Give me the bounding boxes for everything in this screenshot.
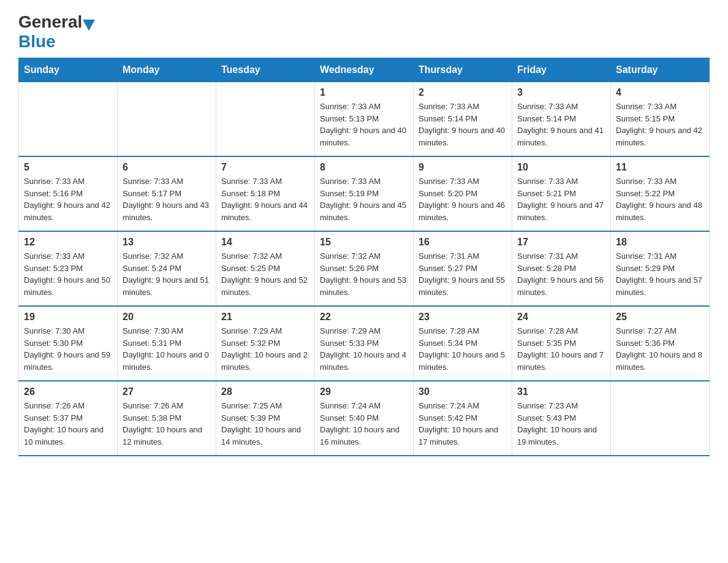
day-info: Sunrise: 7:33 AM Sunset: 5:19 PM Dayligh… [320,175,408,223]
calendar-cell: 11Sunrise: 7:33 AM Sunset: 5:22 PM Dayli… [611,156,710,231]
day-number: 4 [616,87,704,98]
calendar-header: SundayMondayTuesdayWednesdayThursdayFrid… [19,58,710,82]
calendar-cell: 12Sunrise: 7:33 AM Sunset: 5:23 PM Dayli… [19,231,118,306]
calendar-cell: 18Sunrise: 7:31 AM Sunset: 5:29 PM Dayli… [611,231,710,306]
day-number: 26 [24,386,112,397]
day-info: Sunrise: 7:30 AM Sunset: 5:31 PM Dayligh… [123,325,211,373]
weekday-header-saturday: Saturday [611,58,710,82]
day-info: Sunrise: 7:32 AM Sunset: 5:25 PM Dayligh… [221,250,309,298]
calendar-cell: 4Sunrise: 7:33 AM Sunset: 5:15 PM Daylig… [611,82,710,157]
calendar-cell: 30Sunrise: 7:24 AM Sunset: 5:42 PM Dayli… [414,381,512,456]
calendar-cell [216,82,315,157]
weekday-header-sunday: Sunday [19,58,118,82]
weekday-header-wednesday: Wednesday [315,58,414,82]
calendar-cell: 9Sunrise: 7:33 AM Sunset: 5:20 PM Daylig… [414,156,512,231]
calendar-cell: 10Sunrise: 7:33 AM Sunset: 5:21 PM Dayli… [512,156,611,231]
logo-row: General [18,12,96,32]
calendar-cell: 21Sunrise: 7:29 AM Sunset: 5:32 PM Dayli… [216,306,315,381]
day-info: Sunrise: 7:33 AM Sunset: 5:20 PM Dayligh… [419,175,507,223]
day-number: 22 [320,312,408,323]
day-info: Sunrise: 7:30 AM Sunset: 5:30 PM Dayligh… [24,325,112,373]
day-info: Sunrise: 7:26 AM Sunset: 5:37 PM Dayligh… [24,400,112,448]
calendar-cell: 15Sunrise: 7:32 AM Sunset: 5:26 PM Dayli… [315,231,414,306]
day-number: 9 [419,162,507,173]
logo: General Blue [18,12,96,52]
day-number: 19 [24,312,112,323]
day-number: 27 [123,386,211,397]
calendar-cell: 31Sunrise: 7:23 AM Sunset: 5:43 PM Dayli… [512,381,611,456]
day-info: Sunrise: 7:28 AM Sunset: 5:35 PM Dayligh… [517,325,605,373]
day-info: Sunrise: 7:31 AM Sunset: 5:29 PM Dayligh… [616,250,704,298]
calendar-cell: 28Sunrise: 7:25 AM Sunset: 5:39 PM Dayli… [216,381,315,456]
calendar-table: SundayMondayTuesdayWednesdayThursdayFrid… [18,58,710,456]
day-number: 5 [24,162,112,173]
day-number: 8 [320,162,408,173]
day-number: 25 [616,312,704,323]
day-number: 30 [419,386,507,397]
calendar-cell: 13Sunrise: 7:32 AM Sunset: 5:24 PM Dayli… [118,231,216,306]
day-number: 16 [419,237,507,248]
day-info: Sunrise: 7:29 AM Sunset: 5:33 PM Dayligh… [320,325,408,373]
calendar-week-row: 12Sunrise: 7:33 AM Sunset: 5:23 PM Dayli… [19,231,710,306]
calendar-cell: 8Sunrise: 7:33 AM Sunset: 5:19 PM Daylig… [315,156,414,231]
calendar-cell: 20Sunrise: 7:30 AM Sunset: 5:31 PM Dayli… [118,306,216,381]
calendar-cell: 23Sunrise: 7:28 AM Sunset: 5:34 PM Dayli… [414,306,512,381]
calendar-week-row: 1Sunrise: 7:33 AM Sunset: 5:13 PM Daylig… [19,82,710,157]
logo-blue-part: Blue [18,32,56,51]
calendar-cell: 24Sunrise: 7:28 AM Sunset: 5:35 PM Dayli… [512,306,611,381]
calendar-week-row: 5Sunrise: 7:33 AM Sunset: 5:16 PM Daylig… [19,156,710,231]
day-info: Sunrise: 7:33 AM Sunset: 5:23 PM Dayligh… [24,250,112,298]
day-info: Sunrise: 7:23 AM Sunset: 5:43 PM Dayligh… [517,400,605,448]
calendar-body: 1Sunrise: 7:33 AM Sunset: 5:13 PM Daylig… [19,82,710,456]
day-number: 10 [517,162,605,173]
calendar-cell: 14Sunrise: 7:32 AM Sunset: 5:25 PM Dayli… [216,231,315,306]
calendar-cell: 25Sunrise: 7:27 AM Sunset: 5:36 PM Dayli… [611,306,710,381]
logo-blue-row: Blue [18,32,56,52]
calendar-cell: 26Sunrise: 7:26 AM Sunset: 5:37 PM Dayli… [19,381,118,456]
calendar-cell: 22Sunrise: 7:29 AM Sunset: 5:33 PM Dayli… [315,306,414,381]
day-number: 17 [517,237,605,248]
day-number: 23 [419,312,507,323]
calendar-cell: 1Sunrise: 7:33 AM Sunset: 5:13 PM Daylig… [315,82,414,157]
day-number: 3 [517,87,605,98]
day-info: Sunrise: 7:33 AM Sunset: 5:21 PM Dayligh… [517,175,605,223]
day-number: 6 [123,162,211,173]
day-info: Sunrise: 7:33 AM Sunset: 5:17 PM Dayligh… [123,175,211,223]
page-header: General Blue [18,12,710,52]
logo-general-part: General [18,12,82,32]
day-number: 7 [221,162,309,173]
calendar-cell [19,82,118,157]
calendar-cell [611,381,710,456]
day-info: Sunrise: 7:24 AM Sunset: 5:42 PM Dayligh… [419,400,507,448]
calendar-cell: 5Sunrise: 7:33 AM Sunset: 5:16 PM Daylig… [19,156,118,231]
day-info: Sunrise: 7:33 AM Sunset: 5:22 PM Dayligh… [616,175,704,223]
day-number: 20 [123,312,211,323]
day-info: Sunrise: 7:24 AM Sunset: 5:40 PM Dayligh… [320,400,408,448]
weekday-header-friday: Friday [512,58,611,82]
day-info: Sunrise: 7:28 AM Sunset: 5:34 PM Dayligh… [419,325,507,373]
logo-triangle-icon [83,20,95,31]
day-number: 1 [320,87,408,98]
day-info: Sunrise: 7:25 AM Sunset: 5:39 PM Dayligh… [221,400,309,448]
calendar-cell: 3Sunrise: 7:33 AM Sunset: 5:14 PM Daylig… [512,82,611,157]
day-number: 11 [616,162,704,173]
weekday-header-tuesday: Tuesday [216,58,315,82]
day-number: 15 [320,237,408,248]
calendar-cell: 27Sunrise: 7:26 AM Sunset: 5:38 PM Dayli… [118,381,216,456]
day-number: 13 [123,237,211,248]
weekday-header-row: SundayMondayTuesdayWednesdayThursdayFrid… [19,58,710,82]
day-info: Sunrise: 7:33 AM Sunset: 5:14 PM Dayligh… [419,101,507,148]
day-info: Sunrise: 7:33 AM Sunset: 5:13 PM Dayligh… [320,101,408,148]
day-info: Sunrise: 7:32 AM Sunset: 5:24 PM Dayligh… [123,250,211,298]
calendar-cell: 17Sunrise: 7:31 AM Sunset: 5:28 PM Dayli… [512,231,611,306]
day-info: Sunrise: 7:32 AM Sunset: 5:26 PM Dayligh… [320,250,408,298]
day-info: Sunrise: 7:29 AM Sunset: 5:32 PM Dayligh… [221,325,309,373]
calendar-cell: 29Sunrise: 7:24 AM Sunset: 5:40 PM Dayli… [315,381,414,456]
day-number: 2 [419,87,507,98]
calendar-cell: 2Sunrise: 7:33 AM Sunset: 5:14 PM Daylig… [414,82,512,157]
day-info: Sunrise: 7:31 AM Sunset: 5:27 PM Dayligh… [419,250,507,298]
weekday-header-thursday: Thursday [414,58,512,82]
day-info: Sunrise: 7:33 AM Sunset: 5:14 PM Dayligh… [517,101,605,148]
day-number: 28 [221,386,309,397]
day-number: 14 [221,237,309,248]
